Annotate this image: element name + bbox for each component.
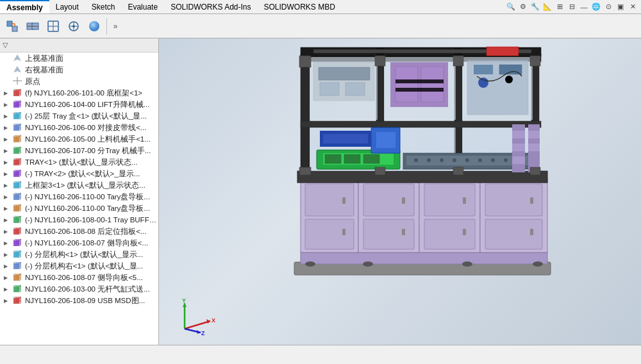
svg-rect-172 (319, 67, 370, 80)
tree-item-label: NJYL160-206-103-00 无杆气缸式送... (25, 285, 150, 294)
svg-rect-48 (15, 158, 21, 164)
tree-item[interactable]: ▶NJYL160-206-103-00 无杆气缸式送... (0, 283, 158, 295)
window-icon[interactable]: ▣ (615, 1, 626, 13)
tree-item[interactable]: ▶NJYL160-206-105-00 上料机械手<1... (0, 133, 158, 145)
tree-arrow: ▶ (4, 252, 12, 258)
svg-point-186 (504, 158, 508, 162)
tool2-icon[interactable]: 📐 (542, 1, 553, 13)
menu-assembly[interactable]: Assembly (0, 0, 49, 13)
svg-rect-108 (15, 297, 21, 302)
tree-item-label: NJYL160-206-104-00 LIFT升降机械... (25, 100, 149, 110)
viewport[interactable]: X Y Z (159, 38, 641, 345)
svg-rect-173 (320, 83, 339, 95)
coordinate-triad: X Y Z (178, 297, 217, 335)
tree-area[interactable]: 上视基准面右视基准面原点▶(f) NJYL160-206-101-00 底框架<… (0, 53, 158, 345)
svg-rect-113 (301, 252, 547, 264)
svg-rect-1 (12, 26, 17, 31)
mate-button[interactable] (64, 17, 83, 36)
tree-item[interactable]: ▶(-) NJYL160-206-110-00 Tary盘导板... (0, 191, 158, 203)
search-icon[interactable]: 🔍 (505, 1, 517, 13)
svg-rect-196 (487, 47, 519, 56)
tree-icon (13, 146, 23, 155)
filter-icon: ▽ (3, 41, 8, 49)
tree-item-label: TRAY<1> (默认<默认_显示状态... (25, 158, 137, 167)
tree-item[interactable]: ▶(-) 分层机构右<1> (默认<默认_显... (0, 260, 158, 272)
svg-rect-83 (15, 239, 21, 245)
tree-item[interactable]: ▶NJYL160-206-106-00 对接皮带线<... (0, 122, 158, 133)
tree-icon (13, 250, 23, 259)
menu-sketch[interactable]: Sketch (85, 0, 122, 13)
tree-item-label: (f) NJYL160-206-101-00 底框架<1> (25, 88, 142, 98)
insert-component-button[interactable] (3, 17, 22, 36)
tree-item[interactable]: ▶NJYL160-206-108-07 侧导向板<5... (0, 272, 158, 283)
tree-item[interactable]: 右视基准面 (0, 64, 158, 76)
svg-rect-199 (453, 56, 463, 66)
svg-rect-200 (530, 56, 540, 66)
tree-icon (13, 181, 23, 190)
svg-rect-125 (424, 184, 475, 216)
svg-rect-193 (528, 131, 540, 138)
menu-evaluate[interactable]: Evaluate (121, 0, 164, 13)
tree-arrow: ▶ (4, 148, 12, 154)
svg-rect-167 (395, 67, 418, 102)
tree-icon (13, 285, 23, 294)
tool4-icon[interactable]: ⊟ (566, 1, 578, 13)
assembly-features-button[interactable] (44, 17, 63, 36)
tree-icon (13, 135, 23, 144)
svg-rect-121 (363, 219, 414, 249)
tree-item[interactable]: 原点 (0, 76, 158, 87)
make-independent-button[interactable] (23, 17, 42, 36)
tool3-icon[interactable]: ⊞ (554, 1, 565, 13)
minimize-icon[interactable]: — (578, 1, 590, 13)
tree-item[interactable]: ▶(-) 25层 Tray 盒<1> (默认<默认_显... (0, 110, 158, 122)
menu-layout[interactable]: Layout (49, 0, 85, 13)
svg-rect-0 (7, 21, 12, 26)
svg-point-185 (491, 158, 495, 162)
settings-icon[interactable]: ⊙ (603, 1, 614, 13)
tree-item[interactable]: ▶(-) NJYL160-206-110-00 Tary盘导板... (0, 203, 158, 214)
svg-point-179 (414, 158, 418, 162)
tree-icon (13, 123, 23, 132)
appearances-button[interactable] (85, 17, 104, 36)
svg-rect-122 (402, 197, 405, 204)
toolbar-expand-button[interactable]: » (110, 17, 121, 36)
tree-item[interactable]: ▶(-) TRAY<2> (默认<<默认>_显示... (0, 168, 158, 179)
close-top-icon[interactable]: ✕ (627, 1, 638, 13)
tree-item[interactable]: ▶NJYL160-206-108-09 USB MSD图... (0, 295, 158, 306)
globe-icon[interactable]: 🌐 (590, 1, 602, 13)
tree-arrow: ▶ (4, 194, 12, 200)
tree-item[interactable]: ▶NJYL160-206-104-00 LIFT升降机械... (0, 99, 158, 110)
svg-rect-131 (485, 219, 542, 249)
svg-rect-139 (301, 57, 310, 172)
tree-item[interactable]: ▶(-) NJYL160-206-108-07 侧导向板<... (0, 237, 158, 249)
svg-point-136 (462, 261, 472, 267)
menu-bar: Assembly Layout Sketch Evaluate SOLIDWOR… (0, 0, 641, 14)
tree-item[interactable]: ▶(-) 分层机构<1> (默认<默认_显示... (0, 249, 158, 260)
svg-rect-117 (342, 197, 345, 204)
tree-item[interactable]: 上视基准面 (0, 53, 158, 64)
tree-arrow: ▶ (4, 102, 12, 108)
tree-icon (13, 112, 23, 120)
tree-item[interactable]: ▶上框架3<1> (默认<默认_显示状态... (0, 179, 158, 191)
svg-rect-58 (15, 181, 21, 187)
tree-icon (13, 77, 23, 86)
menu-addins[interactable]: SOLIDWORKS Add-Ins (164, 0, 257, 13)
tree-item[interactable]: ▶NJYL160-206-107-00 分Tray 机械手... (0, 145, 158, 156)
svg-rect-43 (15, 147, 21, 153)
tree-icon (13, 227, 23, 236)
menu-mbd[interactable]: SOLIDWORKS MBD (258, 0, 342, 13)
tree-item[interactable]: ▶TRAY<1> (默认<默认_显示状态... (0, 156, 158, 168)
svg-rect-198 (375, 56, 385, 66)
svg-rect-203 (453, 167, 463, 175)
svg-point-182 (453, 158, 456, 162)
tree-item[interactable]: ▶(f) NJYL160-206-101-00 底框架<1> (0, 87, 158, 99)
options-icon[interactable]: ⚙ (517, 1, 529, 13)
tree-item[interactable]: ▶(-) NJYL160-206-108-00-1 Tray BUFFe... (0, 214, 158, 226)
svg-point-134 (305, 261, 315, 267)
svg-rect-162 (474, 65, 493, 74)
svg-rect-128 (463, 229, 466, 235)
svg-rect-118 (342, 229, 345, 235)
tool1-icon[interactable]: 🔧 (529, 1, 541, 13)
tree-item[interactable]: ▶NJYL160-206-108-08 后定位指板<... (0, 226, 158, 237)
svg-rect-53 (15, 170, 21, 176)
